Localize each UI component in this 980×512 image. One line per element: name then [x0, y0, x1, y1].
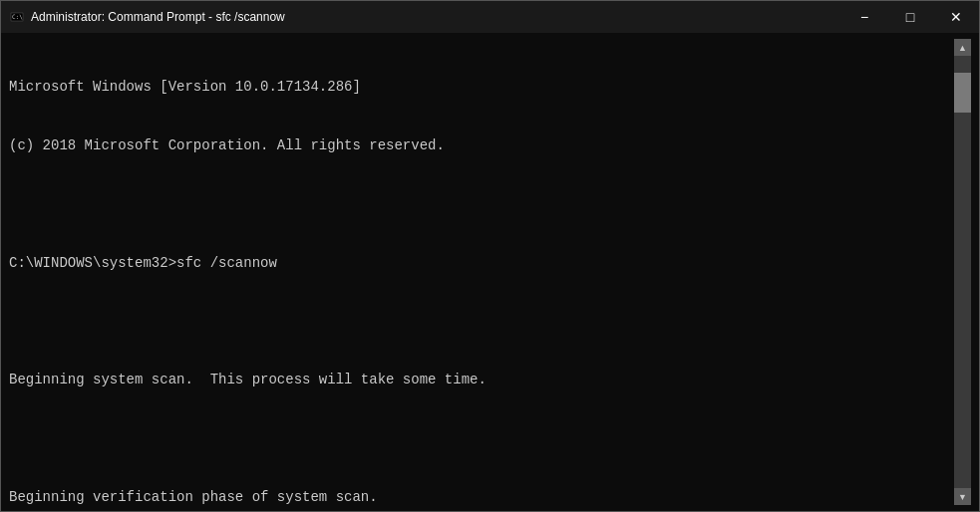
- maximize-button[interactable]: □: [887, 1, 933, 33]
- terminal-line-6: [9, 429, 954, 449]
- scroll-down-button[interactable]: ▼: [954, 488, 971, 505]
- title-bar: C:\ Administrator: Command Prompt - sfc …: [1, 1, 979, 33]
- terminal-output: Microsoft Windows [Version 10.0.17134.28…: [9, 39, 954, 505]
- terminal-line-2: [9, 195, 954, 215]
- minimize-button[interactable]: −: [841, 1, 887, 33]
- scroll-up-button[interactable]: ▲: [954, 39, 971, 56]
- scrollbar-thumb[interactable]: [954, 73, 971, 113]
- terminal-line-0: Microsoft Windows [Version 10.0.17134.28…: [9, 78, 954, 98]
- cmd-window: C:\ Administrator: Command Prompt - sfc …: [0, 0, 980, 512]
- terminal-line-7: Beginning verification phase of system s…: [9, 488, 954, 508]
- svg-text:C:\: C:\: [12, 13, 23, 20]
- terminal-line-1: (c) 2018 Microsoft Corporation. All righ…: [9, 136, 954, 156]
- scrollbar[interactable]: ▲ ▼: [954, 39, 971, 505]
- window-title: Administrator: Command Prompt - sfc /sca…: [31, 10, 971, 24]
- terminal-line-4: [9, 312, 954, 332]
- window-controls: − □ ✕: [841, 1, 979, 33]
- terminal-line-5: Beginning system scan. This process will…: [9, 371, 954, 390]
- close-button[interactable]: ✕: [933, 1, 979, 33]
- terminal-body[interactable]: Microsoft Windows [Version 10.0.17134.28…: [1, 33, 979, 511]
- terminal-line-3: C:\WINDOWS\system32>sfc /scannow: [9, 254, 954, 274]
- window-icon: C:\: [9, 9, 25, 25]
